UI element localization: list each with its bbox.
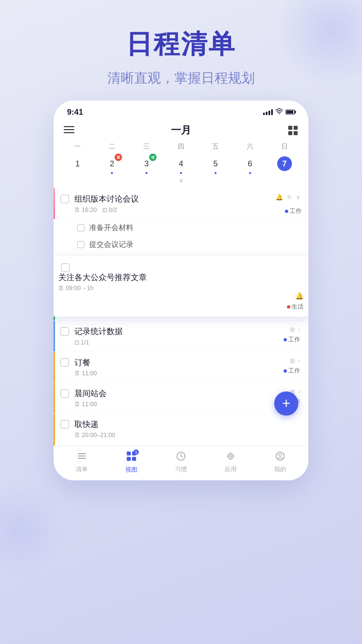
- task-1-chevron-icon[interactable]: ∨: [296, 194, 300, 201]
- task-4-tag: 工作: [284, 335, 300, 343]
- task-item-1[interactable]: 组织版本讨论会议 🗓 16:20 ⊡ 0/2 🔔 ↻: [54, 188, 308, 219]
- svg-rect-6: [288, 131, 292, 135]
- weekday-row: 一 二 三 四 五 六 日: [60, 141, 302, 152]
- svg-point-17: [230, 455, 232, 457]
- svg-rect-4: [288, 126, 292, 130]
- floating-alarm-icon[interactable]: 🔔: [295, 292, 304, 300]
- nav-item-mine[interactable]: 我的: [263, 451, 297, 473]
- task-4-meta: ⊡ 1/1: [74, 339, 284, 346]
- task-4-content: 记录统计数据 ⊡ 1/1: [74, 326, 284, 346]
- nav-habit-icon: [176, 451, 186, 464]
- nav-view-badge: 1: [133, 449, 139, 455]
- task-item-5[interactable]: 订餐 🗓 11:00 ⊞ › 工作: [54, 352, 308, 383]
- task-item-7[interactable]: 取快递 🗓 20:00–21:00: [54, 414, 308, 446]
- weekday-fri: 五: [198, 141, 233, 152]
- date-row: 1 2 班 3 休 4: [60, 155, 302, 175]
- nav-item-app[interactable]: 应用: [214, 451, 247, 473]
- task-item-4[interactable]: 记录统计数据 ⊡ 1/1 ⊞ › 工作: [54, 321, 308, 352]
- floating-task-checkbox[interactable]: [61, 263, 70, 272]
- date-3[interactable]: 3 休: [129, 155, 164, 175]
- task-1-actions: 🔔 ↻ ∨: [276, 194, 300, 201]
- floating-card-spacer: 关注各大公众号推荐文章 🗓 09:00→1h 🔔 生活: [54, 253, 308, 290]
- app-header: 一月: [54, 120, 308, 141]
- task-7-title: 取快递: [74, 419, 300, 430]
- task-1-title: 组织版本讨论会议: [74, 194, 276, 204]
- month-title: 一月: [171, 123, 191, 137]
- task-1-meta: 🗓 16:20 ⊡ 0/2: [74, 206, 276, 214]
- date-7[interactable]: 7: [267, 155, 302, 175]
- svg-point-23: [279, 454, 282, 457]
- nav-view-label: 视图: [125, 466, 137, 474]
- task-6-title: 晨间站会: [74, 388, 284, 399]
- task-4-chevron-icon[interactable]: ›: [298, 326, 300, 333]
- menu-icon[interactable]: [64, 125, 74, 136]
- task-1-content: 组织版本讨论会议 🗓 16:20 ⊡ 0/2: [74, 194, 276, 214]
- task-6-chevron-icon[interactable]: ›: [298, 388, 300, 395]
- add-task-fab[interactable]: +: [274, 391, 298, 416]
- subtask-1-title: 准备开会材料: [89, 223, 133, 233]
- task-6-content: 晨间站会 🗓 11:00: [74, 388, 284, 408]
- task-1-repeat-icon[interactable]: ↻: [287, 194, 292, 201]
- wifi-icon: [276, 108, 283, 116]
- task-6-checkbox[interactable]: [60, 389, 69, 398]
- svg-rect-14: [132, 457, 136, 461]
- task-1-alarm-icon[interactable]: 🔔: [276, 194, 283, 201]
- svg-rect-1: [64, 126, 74, 127]
- expand-calendar-button[interactable]: ∨: [60, 175, 302, 185]
- subtask-1-prepare[interactable]: 准备开会材料: [54, 219, 308, 236]
- task-item-6[interactable]: 晨间站会 🗓 11:00 ⊞ › 工作: [54, 383, 308, 414]
- nav-item-list[interactable]: 清单: [65, 451, 99, 473]
- task-5-grid-icon[interactable]: ⊞: [290, 357, 295, 365]
- date-1[interactable]: 1: [60, 155, 95, 175]
- date-2[interactable]: 2 班: [95, 155, 129, 175]
- nav-list-icon: [77, 451, 87, 464]
- subtask-2-checkbox[interactable]: [77, 241, 84, 248]
- task-5-checkbox[interactable]: [60, 358, 69, 367]
- nav-item-view[interactable]: 1 视图: [115, 451, 148, 474]
- task-4-checkbox[interactable]: [60, 327, 69, 336]
- floating-task-meta: 🗓 09:00→1h: [58, 285, 304, 292]
- date-6[interactable]: 6: [233, 155, 267, 175]
- date-5[interactable]: 5: [198, 155, 233, 175]
- task-4-actions: ⊞ › 工作: [284, 326, 300, 343]
- subtask-2-title: 提交会议记录: [89, 239, 133, 250]
- task-7-meta: 🗓 20:00–21:00: [74, 432, 300, 439]
- calendar-grid-icon[interactable]: [288, 125, 298, 136]
- svg-rect-3: [64, 132, 74, 133]
- task-list-container: 组织版本讨论会议 🗓 16:20 ⊡ 0/2 🔔 ↻: [54, 188, 308, 446]
- floating-task-card[interactable]: 关注各大公众号推荐文章 🗓 09:00→1h 🔔 生活: [54, 256, 308, 317]
- signal-icon: [263, 109, 273, 115]
- svg-rect-7: [294, 131, 298, 135]
- nav-list-label: 清单: [76, 465, 88, 473]
- nav-app-icon: [226, 451, 236, 464]
- weekday-sat: 六: [233, 141, 267, 152]
- phone-frame: 9:41: [54, 101, 308, 480]
- status-time: 9:41: [67, 107, 83, 117]
- task-1-tag: 工作: [285, 207, 302, 215]
- svg-rect-2: [64, 129, 74, 130]
- svg-rect-10: [78, 458, 86, 459]
- task-4-grid-icon[interactable]: ⊞: [290, 326, 295, 333]
- svg-rect-5: [294, 126, 298, 130]
- task-4-title: 记录统计数据: [74, 326, 284, 337]
- task-1-checkbox[interactable]: [60, 195, 69, 203]
- floating-task-actions: 🔔 生活: [58, 292, 304, 311]
- task-5-chevron-icon[interactable]: ›: [298, 357, 300, 365]
- svg-point-0: [279, 113, 280, 114]
- nav-mine-label: 我的: [274, 465, 286, 473]
- battery-icon: [286, 110, 295, 114]
- subtask-1-checkbox[interactable]: [77, 224, 84, 231]
- phone-container: 9:41: [54, 101, 308, 480]
- date-4[interactable]: 4: [164, 155, 198, 175]
- nav-habit-label: 习惯: [175, 465, 187, 473]
- task-5-meta: 🗓 11:00: [74, 370, 284, 377]
- svg-rect-13: [127, 457, 131, 461]
- nav-view-badge-container: 1: [126, 451, 137, 464]
- subtask-2-submit[interactable]: 提交会议记录: [54, 236, 308, 253]
- task-7-checkbox[interactable]: [60, 420, 69, 429]
- svg-rect-11: [127, 451, 131, 455]
- task-6-meta: 🗓 11:00: [74, 401, 284, 408]
- nav-item-habit[interactable]: 习惯: [164, 451, 198, 473]
- weekday-sun: 日: [267, 141, 302, 152]
- weekday-mon: 一: [60, 141, 95, 152]
